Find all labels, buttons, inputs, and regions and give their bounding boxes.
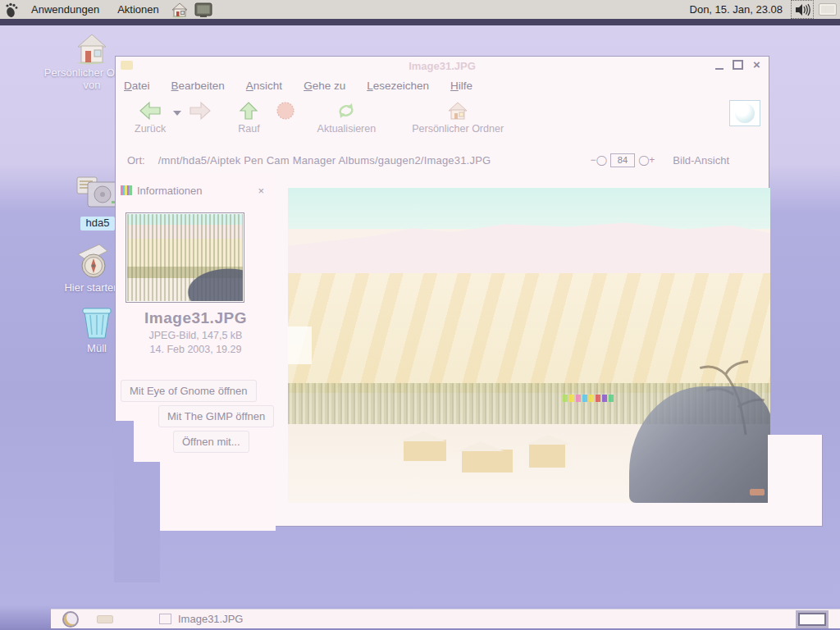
drive-icon xyxy=(76,176,119,215)
clock[interactable]: Don, 15. Jan, 23.08 xyxy=(690,3,783,16)
location-bar: Ort: /mnt/hda5/Aiptek Pen Cam Manager Al… xyxy=(116,147,769,173)
up-label: Rauf xyxy=(238,123,259,135)
window-title: Image31.JPG xyxy=(409,60,476,72)
throbber xyxy=(729,100,760,126)
stop-button[interactable] xyxy=(267,99,304,122)
stop-icon xyxy=(275,101,296,121)
window-menu-icon[interactable] xyxy=(121,61,133,70)
sidebar-file-name: Image31.JPG xyxy=(116,309,276,327)
volume-icon[interactable] xyxy=(791,0,814,19)
home-launcher-icon[interactable] xyxy=(171,2,189,18)
workspace-pager[interactable] xyxy=(796,610,829,628)
menu-lesezeichen[interactable]: Lesezeichen xyxy=(367,80,429,92)
terminal-launcher-icon[interactable] xyxy=(194,2,213,18)
photo-thumbnail xyxy=(126,212,244,303)
desktop-tear-artifact xyxy=(114,462,160,582)
photo-house xyxy=(404,440,446,461)
info-tab-icon xyxy=(121,185,132,195)
menu-hilfe[interactable]: Hilfe xyxy=(450,80,472,92)
forward-button[interactable] xyxy=(181,99,219,122)
panel-menu-anwendungen[interactable]: Anwendungen xyxy=(25,3,106,16)
nautilus-window: Image31.JPG × Datei Bearbeiten Ansicht G… xyxy=(115,56,769,527)
photo-glitch-artifacts xyxy=(563,395,614,402)
taskbar-applet-icon[interactable] xyxy=(62,611,79,628)
photo-view xyxy=(288,188,770,503)
forward-icon xyxy=(189,101,212,121)
open-with-other-button[interactable]: Öffnen mit... xyxy=(173,431,249,453)
back-button[interactable]: Zurück xyxy=(127,99,173,136)
photo-sky xyxy=(288,188,770,229)
location-input[interactable]: /mnt/hda5/Aiptek Pen Cam Manager Albums/… xyxy=(158,154,491,167)
photo-house xyxy=(462,450,513,472)
menubar: Datei Bearbeiten Ansicht Gehe zu Lesezei… xyxy=(116,75,769,96)
panel-bottom-strip xyxy=(0,19,840,25)
desktop: Anwendungen Aktionen Don, 15. Jan, 23.08 xyxy=(0,0,840,630)
refresh-label: Aktualisieren xyxy=(317,123,377,135)
photo-tear-band xyxy=(288,326,312,364)
refresh-button[interactable]: Aktualisieren xyxy=(310,99,384,136)
keyboard-indicator-icon[interactable] xyxy=(819,3,837,16)
up-icon xyxy=(238,101,259,121)
zoom-out-icon[interactable]: −◯ xyxy=(590,154,606,166)
menu-ansicht[interactable]: Ansicht xyxy=(246,80,282,92)
gnome-foot-menu-icon[interactable] xyxy=(3,2,20,18)
sidebar-file-info: JPEG-Bild, 147,5 kB xyxy=(116,329,276,343)
home-button[interactable]: Persönlicher Ordner xyxy=(404,99,511,136)
home-label: Persönlicher Ordner xyxy=(412,123,504,135)
zoom-value: 84 xyxy=(610,153,635,167)
menu-gehe-zu[interactable]: Gehe zu xyxy=(304,80,345,92)
desktop-tear-artifact xyxy=(114,421,134,462)
task-button[interactable]: Image31.JPG xyxy=(151,611,252,627)
open-with-eog-button[interactable]: Mit Eye of Gnome öffnen xyxy=(121,380,257,402)
back-history-chevron-down-icon[interactable] xyxy=(173,111,181,116)
taskbar-applet-icon[interactable] xyxy=(97,615,113,623)
desktop-icon-label: hda5 xyxy=(80,217,116,231)
maximize-button[interactable] xyxy=(733,59,743,70)
open-with-gimp-button[interactable]: Mit The GIMP öffnen xyxy=(158,405,274,427)
compass-icon xyxy=(71,243,112,281)
back-icon xyxy=(139,101,162,121)
menu-datei[interactable]: Datei xyxy=(124,80,150,92)
refresh-icon xyxy=(335,101,358,121)
view-mode-select[interactable]: Bild-Ansicht xyxy=(673,154,729,167)
menu-bearbeiten[interactable]: Bearbeiten xyxy=(171,80,225,92)
toolbar: Zurück Rauf xyxy=(116,96,769,147)
photo-house xyxy=(529,443,565,468)
trash-icon xyxy=(78,304,116,341)
up-button[interactable]: Rauf xyxy=(231,99,267,136)
desktop-icon-label: Müll xyxy=(87,343,107,355)
desktop-icon-label: Hier starten xyxy=(64,282,119,294)
home-icon xyxy=(445,101,470,121)
task-window-icon xyxy=(159,614,171,624)
sidebar-file-date: 14. Feb 2003, 19.29 xyxy=(116,343,276,357)
location-label: Ort: xyxy=(127,154,145,167)
sidebar-tab-title: Informationen xyxy=(137,185,203,197)
house-icon xyxy=(73,31,111,66)
sidebar-close-icon[interactable]: × xyxy=(253,185,269,197)
zoom-in-icon[interactable]: ◯+ xyxy=(638,154,655,166)
back-label: Zurück xyxy=(135,123,166,135)
window-torn-extension xyxy=(768,435,823,527)
bottom-taskbar: Image31.JPG xyxy=(51,609,840,628)
top-panel: Anwendungen Aktionen Don, 15. Jan, 23.08 xyxy=(0,0,840,19)
panel-menu-aktionen[interactable]: Aktionen xyxy=(111,3,166,16)
task-label: Image31.JPG xyxy=(178,613,244,625)
minimize-button[interactable] xyxy=(714,59,724,70)
titlebar[interactable]: Image31.JPG × xyxy=(116,57,769,75)
close-button[interactable]: × xyxy=(751,59,762,70)
